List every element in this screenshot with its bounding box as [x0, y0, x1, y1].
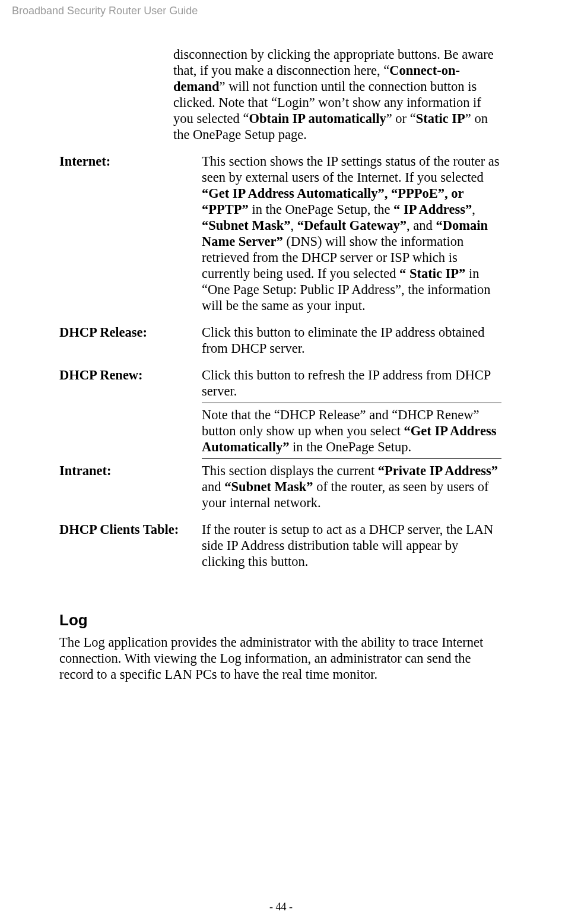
log-section: Log The Log application provides the adm… — [59, 611, 501, 682]
bold-text: “ IP Address” — [393, 202, 472, 217]
text: ” or “ — [386, 111, 416, 126]
text: , — [472, 202, 475, 217]
desc-intranet: This section displays the current “Priva… — [202, 463, 501, 511]
desc-dhcp-clients: If the router is setup to act as a DHCP … — [202, 521, 501, 569]
row-internet: Internet: This section shows the IP sett… — [59, 153, 501, 314]
text: This section shows the IP settings statu… — [202, 154, 500, 185]
row-dhcp-renew: DHCP Renew: Click this button to refresh… — [59, 367, 501, 399]
intro-paragraph: disconnection by clicking the appropriat… — [173, 46, 501, 143]
bold-text: “Private IP Address” — [378, 463, 498, 478]
log-body: The Log application provides the adminis… — [59, 634, 501, 682]
bold-text: Obtain IP automatically — [249, 111, 386, 126]
content-area: disconnection by clicking the appropriat… — [59, 46, 501, 682]
label-dhcp-release: DHCP Release: — [59, 324, 202, 356]
desc-dhcp-renew: Click this button to refresh the IP addr… — [202, 367, 501, 399]
row-dhcp-release: DHCP Release: Click this button to elimi… — [59, 324, 501, 356]
note-inner: Note that the “DHCP Release” and “DHCP R… — [202, 403, 501, 459]
text: and — [202, 479, 224, 494]
label-intranet: Intranet: — [59, 463, 202, 511]
desc-internet: This section shows the IP settings statu… — [202, 153, 501, 314]
label-internet: Internet: — [59, 153, 202, 314]
text: , — [290, 218, 297, 233]
doc-header: Broadband Security Router User Guide — [12, 5, 198, 17]
text: , and — [407, 218, 436, 233]
bold-text: Static IP — [416, 111, 465, 126]
label-dhcp-renew: DHCP Renew: — [59, 367, 202, 399]
bold-text: “ Static IP” — [399, 266, 465, 281]
row-intranet: Intranet: This section displays the curr… — [59, 463, 501, 511]
text: in the OnePage Setup. — [289, 439, 411, 454]
bold-text: “Subnet Mask” — [202, 218, 290, 233]
row-dhcp-clients: DHCP Clients Table: If the router is set… — [59, 521, 501, 569]
bold-text: “Default Gateway” — [297, 218, 407, 233]
text: This section displays the current — [202, 463, 378, 478]
desc-dhcp-release: Click this button to eliminate the IP ad… — [202, 324, 501, 356]
page: Broadband Security Router User Guide dis… — [0, 0, 562, 924]
text: in the OnePage Setup, the — [249, 202, 393, 217]
bold-text: “Subnet Mask” — [224, 479, 313, 494]
note-block: Note that the “DHCP Release” and “DHCP R… — [202, 403, 501, 459]
page-number: - 44 - — [0, 901, 562, 913]
label-dhcp-clients: DHCP Clients Table: — [59, 521, 202, 569]
log-heading: Log — [59, 611, 501, 629]
